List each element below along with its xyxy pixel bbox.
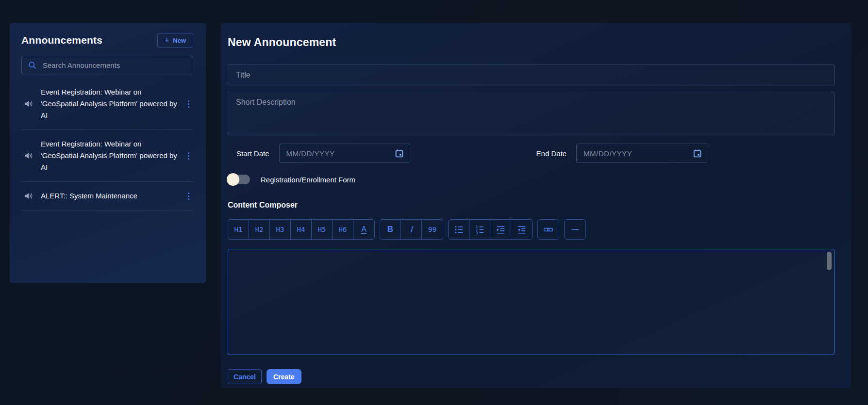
content-composer-title: Content Composer [228, 201, 835, 210]
blockquote-button[interactable]: 99 [422, 220, 443, 239]
list-group: 1 2 3 [448, 219, 533, 240]
cancel-button[interactable]: Cancel [228, 369, 262, 384]
title-input[interactable] [228, 65, 835, 85]
horizontal-rule-icon[interactable] [565, 220, 585, 239]
announcement-title: ALERT:: System Maintenance [41, 190, 178, 202]
registration-form-row: Registration/Enrollment Form [228, 173, 835, 186]
indent-increase-icon[interactable] [490, 220, 511, 239]
bullet-list-icon[interactable] [449, 220, 469, 239]
megaphone-icon [23, 151, 34, 161]
heading-2-button[interactable]: H2 [249, 220, 270, 239]
overflow-menu-icon[interactable] [184, 100, 192, 108]
rule-group [564, 219, 586, 240]
new-button-label: New [173, 37, 186, 44]
start-date-label: Start Date [236, 149, 269, 158]
create-button[interactable]: Create [267, 369, 301, 384]
start-date-input[interactable] [286, 149, 395, 158]
announcement-list-item[interactable]: Event Registration: Webinar on 'GeoSpati… [21, 78, 193, 130]
short-description-input[interactable] [228, 92, 835, 135]
megaphone-icon [23, 99, 34, 109]
toggle-knob [227, 173, 239, 186]
link-group [537, 219, 559, 240]
announcement-title: Event Registration: Webinar on 'GeoSpati… [41, 138, 178, 173]
new-announcement-panel: New Announcement Start Date End Date [221, 23, 851, 388]
overflow-menu-icon[interactable] [184, 193, 192, 200]
calendar-icon[interactable] [395, 149, 404, 158]
text-style-button[interactable]: A [353, 220, 374, 239]
app-background: Announcements + New [0, 0, 868, 405]
ordered-list-icon[interactable]: 1 2 3 [469, 220, 490, 239]
search-input[interactable] [43, 61, 187, 69]
toggle-label: Registration/Enrollment Form [261, 176, 355, 184]
announcements-panel: Announcements + New [10, 23, 206, 283]
page-title: New Announcement [228, 36, 835, 49]
heading-6-button[interactable]: H6 [333, 220, 353, 239]
announcement-list-item[interactable]: Event Registration: Webinar on 'GeoSpati… [21, 130, 193, 182]
calendar-icon[interactable] [693, 149, 702, 158]
search-box[interactable] [21, 56, 193, 74]
italic-button[interactable]: I [401, 220, 422, 239]
start-date-field[interactable] [279, 144, 410, 163]
registration-form-toggle[interactable] [228, 175, 250, 184]
heading-group: H1 H2 H3 H4 H5 H6 A [228, 219, 375, 240]
svg-text:3: 3 [475, 230, 477, 234]
format-group: B I 99 [380, 219, 443, 240]
announcement-list-item[interactable]: ALERT:: System Maintenance [21, 182, 193, 211]
heading-4-button[interactable]: H4 [291, 220, 312, 239]
search-icon [28, 61, 37, 70]
overflow-menu-icon[interactable] [184, 152, 192, 160]
indent-decrease-icon[interactable] [511, 220, 532, 239]
new-announcement-button[interactable]: + New [157, 33, 193, 48]
plus-icon: + [165, 36, 169, 44]
editor-scrollbar-thumb[interactable] [827, 252, 832, 270]
announcements-header: Announcements + New [21, 33, 193, 48]
form-actions: Cancel Create [228, 369, 835, 384]
end-date-label: End Date [536, 149, 567, 158]
announcement-list: Event Registration: Webinar on 'GeoSpati… [21, 78, 193, 211]
composer-toolbar: H1 H2 H3 H4 H5 H6 A B I 99 [228, 219, 835, 240]
link-icon[interactable] [538, 220, 559, 239]
end-date-field[interactable] [576, 144, 708, 163]
heading-5-button[interactable]: H5 [312, 220, 333, 239]
end-date-input[interactable] [584, 149, 693, 158]
heading-3-button[interactable]: H3 [270, 220, 291, 239]
announcement-title: Event Registration: Webinar on 'GeoSpati… [41, 86, 178, 121]
heading-1-button[interactable]: H1 [228, 220, 249, 239]
content-editor[interactable] [228, 249, 835, 355]
megaphone-icon [23, 191, 34, 201]
date-row: Start Date End Date [228, 144, 835, 163]
panel-title: Announcements [21, 34, 102, 46]
bold-button[interactable]: B [380, 220, 401, 239]
